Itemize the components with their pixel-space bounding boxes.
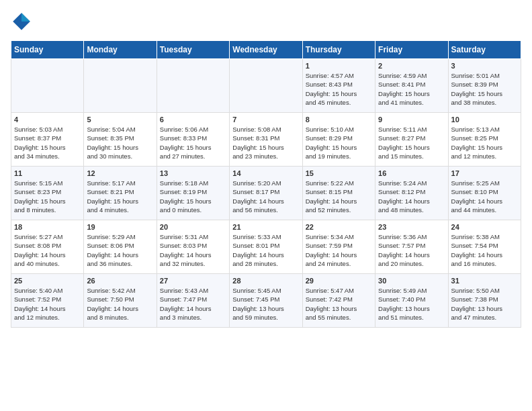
page-header bbox=[11, 11, 521, 32]
calendar-cell: 31Sunrise: 5:50 AM Sunset: 7:38 PM Dayli… bbox=[448, 274, 521, 328]
calendar-table: SundayMondayTuesdayWednesdayThursdayFrid… bbox=[11, 40, 521, 328]
calendar-cell: 1Sunrise: 4:57 AM Sunset: 8:43 PM Daylig… bbox=[302, 59, 375, 113]
day-number: 5 bbox=[87, 116, 153, 124]
calendar-week-4: 18Sunrise: 5:27 AM Sunset: 8:08 PM Dayli… bbox=[11, 220, 521, 274]
day-number: 12 bbox=[87, 169, 153, 177]
calendar-cell: 22Sunrise: 5:34 AM Sunset: 7:59 PM Dayli… bbox=[302, 220, 375, 274]
day-info: Sunrise: 5:06 AM Sunset: 8:33 PM Dayligh… bbox=[160, 125, 226, 161]
day-info: Sunrise: 5:38 AM Sunset: 7:54 PM Dayligh… bbox=[451, 232, 518, 268]
calendar-cell: 29Sunrise: 5:47 AM Sunset: 7:42 PM Dayli… bbox=[302, 274, 375, 328]
calendar-cell bbox=[84, 59, 157, 113]
calendar-cell: 8Sunrise: 5:10 AM Sunset: 8:29 PM Daylig… bbox=[302, 113, 375, 167]
calendar-cell: 18Sunrise: 5:27 AM Sunset: 8:08 PM Dayli… bbox=[11, 220, 84, 274]
day-number: 18 bbox=[14, 223, 81, 231]
day-number: 4 bbox=[14, 116, 81, 124]
calendar-cell: 19Sunrise: 5:29 AM Sunset: 8:06 PM Dayli… bbox=[84, 220, 157, 274]
calendar-cell: 16Sunrise: 5:24 AM Sunset: 8:12 PM Dayli… bbox=[375, 167, 448, 220]
day-info: Sunrise: 5:15 AM Sunset: 8:23 PM Dayligh… bbox=[14, 179, 81, 214]
weekday-header-monday: Monday bbox=[84, 41, 157, 59]
day-info: Sunrise: 5:36 AM Sunset: 7:57 PM Dayligh… bbox=[378, 232, 445, 268]
day-info: Sunrise: 5:18 AM Sunset: 8:19 PM Dayligh… bbox=[160, 179, 226, 214]
svg-marker-1 bbox=[21, 13, 30, 21]
day-info: Sunrise: 5:22 AM Sunset: 8:15 PM Dayligh… bbox=[306, 179, 372, 214]
calendar-cell: 14Sunrise: 5:20 AM Sunset: 8:17 PM Dayli… bbox=[230, 167, 302, 220]
day-info: Sunrise: 5:34 AM Sunset: 7:59 PM Dayligh… bbox=[306, 232, 372, 268]
weekday-header-row: SundayMondayTuesdayWednesdayThursdayFrid… bbox=[11, 41, 521, 59]
day-info: Sunrise: 5:43 AM Sunset: 7:47 PM Dayligh… bbox=[160, 286, 226, 322]
calendar-cell: 21Sunrise: 5:33 AM Sunset: 8:01 PM Dayli… bbox=[230, 220, 302, 274]
calendar-week-1: 1Sunrise: 4:57 AM Sunset: 8:43 PM Daylig… bbox=[11, 59, 521, 113]
day-info: Sunrise: 5:31 AM Sunset: 8:03 PM Dayligh… bbox=[160, 232, 226, 268]
weekday-header-wednesday: Wednesday bbox=[230, 41, 302, 59]
day-info: Sunrise: 5:11 AM Sunset: 8:27 PM Dayligh… bbox=[378, 125, 445, 161]
day-info: Sunrise: 5:40 AM Sunset: 7:52 PM Dayligh… bbox=[14, 286, 81, 322]
calendar-week-2: 4Sunrise: 5:03 AM Sunset: 8:37 PM Daylig… bbox=[11, 113, 521, 167]
day-info: Sunrise: 5:04 AM Sunset: 8:35 PM Dayligh… bbox=[87, 125, 153, 161]
calendar-cell: 27Sunrise: 5:43 AM Sunset: 7:47 PM Dayli… bbox=[157, 274, 229, 328]
logo bbox=[11, 11, 35, 32]
weekday-header-sunday: Sunday bbox=[11, 41, 84, 59]
calendar-cell: 3Sunrise: 5:01 AM Sunset: 8:39 PM Daylig… bbox=[448, 59, 521, 113]
calendar-cell bbox=[11, 59, 84, 113]
calendar-cell: 6Sunrise: 5:06 AM Sunset: 8:33 PM Daylig… bbox=[157, 113, 229, 167]
day-number: 24 bbox=[451, 223, 518, 231]
calendar-cell: 4Sunrise: 5:03 AM Sunset: 8:37 PM Daylig… bbox=[11, 113, 84, 167]
logo-icon bbox=[11, 11, 32, 32]
day-number: 19 bbox=[87, 223, 153, 231]
day-number: 17 bbox=[451, 169, 518, 177]
calendar-header: SundayMondayTuesdayWednesdayThursdayFrid… bbox=[11, 41, 521, 59]
day-info: Sunrise: 5:47 AM Sunset: 7:42 PM Dayligh… bbox=[306, 286, 372, 322]
calendar-cell: 23Sunrise: 5:36 AM Sunset: 7:57 PM Dayli… bbox=[375, 220, 448, 274]
day-number: 22 bbox=[306, 223, 372, 231]
day-number: 10 bbox=[451, 116, 518, 124]
calendar-week-5: 25Sunrise: 5:40 AM Sunset: 7:52 PM Dayli… bbox=[11, 274, 521, 328]
calendar-cell: 10Sunrise: 5:13 AM Sunset: 8:25 PM Dayli… bbox=[448, 113, 521, 167]
calendar-cell: 9Sunrise: 5:11 AM Sunset: 8:27 PM Daylig… bbox=[375, 113, 448, 167]
day-info: Sunrise: 5:42 AM Sunset: 7:50 PM Dayligh… bbox=[87, 286, 153, 322]
calendar-week-3: 11Sunrise: 5:15 AM Sunset: 8:23 PM Dayli… bbox=[11, 167, 521, 220]
day-info: Sunrise: 5:03 AM Sunset: 8:37 PM Dayligh… bbox=[14, 125, 81, 161]
day-info: Sunrise: 4:59 AM Sunset: 8:41 PM Dayligh… bbox=[378, 71, 445, 107]
day-number: 9 bbox=[378, 116, 445, 124]
calendar-cell bbox=[230, 59, 302, 113]
calendar-cell: 5Sunrise: 5:04 AM Sunset: 8:35 PM Daylig… bbox=[84, 113, 157, 167]
calendar-body: 1Sunrise: 4:57 AM Sunset: 8:43 PM Daylig… bbox=[11, 59, 521, 328]
day-info: Sunrise: 5:25 AM Sunset: 8:10 PM Dayligh… bbox=[451, 179, 518, 214]
day-number: 11 bbox=[14, 169, 81, 177]
calendar-cell: 28Sunrise: 5:45 AM Sunset: 7:45 PM Dayli… bbox=[230, 274, 302, 328]
day-info: Sunrise: 5:01 AM Sunset: 8:39 PM Dayligh… bbox=[451, 71, 518, 107]
day-number: 23 bbox=[378, 223, 445, 231]
calendar-cell: 7Sunrise: 5:08 AM Sunset: 8:31 PM Daylig… bbox=[230, 113, 302, 167]
weekday-header-saturday: Saturday bbox=[448, 41, 521, 59]
day-number: 29 bbox=[306, 277, 372, 285]
day-number: 25 bbox=[14, 277, 81, 285]
day-number: 16 bbox=[378, 169, 445, 177]
day-number: 2 bbox=[378, 62, 445, 70]
day-number: 26 bbox=[87, 277, 153, 285]
day-number: 27 bbox=[160, 277, 226, 285]
day-number: 8 bbox=[306, 116, 372, 124]
day-number: 30 bbox=[378, 277, 445, 285]
calendar-cell: 17Sunrise: 5:25 AM Sunset: 8:10 PM Dayli… bbox=[448, 167, 521, 220]
day-number: 3 bbox=[451, 62, 518, 70]
day-info: Sunrise: 5:33 AM Sunset: 8:01 PM Dayligh… bbox=[232, 232, 299, 268]
day-number: 20 bbox=[160, 223, 226, 231]
day-info: Sunrise: 5:10 AM Sunset: 8:29 PM Dayligh… bbox=[306, 125, 372, 161]
calendar-cell: 12Sunrise: 5:17 AM Sunset: 8:21 PM Dayli… bbox=[84, 167, 157, 220]
day-info: Sunrise: 5:27 AM Sunset: 8:08 PM Dayligh… bbox=[14, 232, 81, 268]
day-info: Sunrise: 5:24 AM Sunset: 8:12 PM Dayligh… bbox=[378, 179, 445, 214]
day-number: 13 bbox=[160, 169, 226, 177]
day-number: 21 bbox=[232, 223, 299, 231]
day-number: 7 bbox=[232, 116, 299, 124]
calendar-cell: 15Sunrise: 5:22 AM Sunset: 8:15 PM Dayli… bbox=[302, 167, 375, 220]
day-info: Sunrise: 5:29 AM Sunset: 8:06 PM Dayligh… bbox=[87, 232, 153, 268]
calendar-cell: 2Sunrise: 4:59 AM Sunset: 8:41 PM Daylig… bbox=[375, 59, 448, 113]
weekday-header-thursday: Thursday bbox=[302, 41, 375, 59]
day-info: Sunrise: 5:20 AM Sunset: 8:17 PM Dayligh… bbox=[232, 179, 299, 214]
day-info: Sunrise: 5:08 AM Sunset: 8:31 PM Dayligh… bbox=[232, 125, 299, 161]
day-number: 28 bbox=[232, 277, 299, 285]
day-info: Sunrise: 5:50 AM Sunset: 7:38 PM Dayligh… bbox=[451, 286, 518, 322]
calendar-cell: 24Sunrise: 5:38 AM Sunset: 7:54 PM Dayli… bbox=[448, 220, 521, 274]
day-info: Sunrise: 5:13 AM Sunset: 8:25 PM Dayligh… bbox=[451, 125, 518, 161]
calendar-cell: 13Sunrise: 5:18 AM Sunset: 8:19 PM Dayli… bbox=[157, 167, 229, 220]
